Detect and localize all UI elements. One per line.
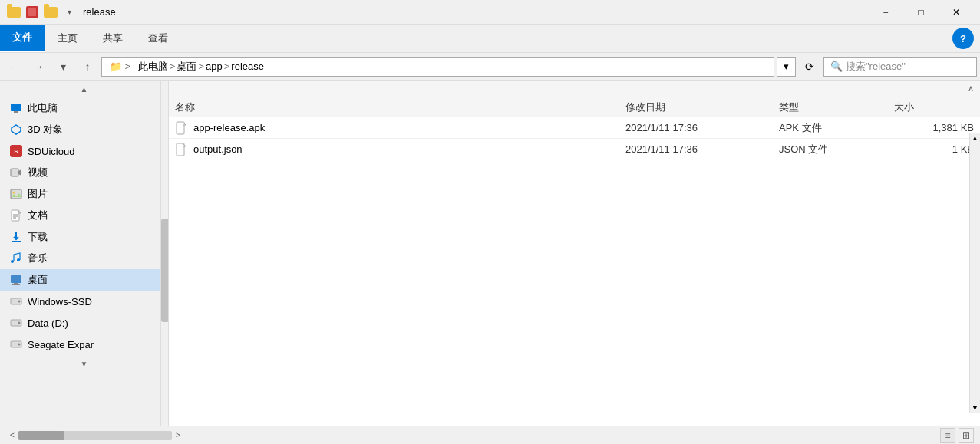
tab-view[interactable]: 查看 [136,25,181,52]
address-path[interactable]: 📁 > 此电脑 > 桌面 > app > release [101,57,774,77]
sidebar-item-windows-ssd[interactable]: Windows-SSD [0,291,168,312]
computer-icon [9,101,23,115]
scroll-left-button[interactable]: < [6,429,18,442]
sidebar-item-sduicloud[interactable]: S SDUicloud [0,140,168,162]
sidebar-label-3d: 3D 对象 [28,123,63,136]
search-icon: 🔍 [830,61,843,72]
col-header-date[interactable]: 修改日期 [619,97,773,117]
json-filename: output.json [193,143,243,155]
up-button[interactable]: ↑ [77,56,98,77]
drive-icon-windows [9,294,23,308]
sidebar-label-windows-ssd: Windows-SSD [28,296,92,308]
json-type: JSON 文件 [773,143,888,156]
drive-icon-data [9,316,23,330]
tab-home[interactable]: 主页 [45,25,91,52]
download-icon [9,230,23,244]
sidebar-label-videos: 视频 [28,166,48,179]
sidebar-label-cloud: SDUicloud [28,146,74,157]
json-size: 1 KB [888,143,980,155]
help-button[interactable]: ? [952,28,974,49]
h-scroll-track [18,431,172,440]
svg-rect-1 [14,111,18,113]
sort-toggle-button[interactable]: ∧ [962,81,980,97]
svg-rect-6 [11,189,21,199]
maximize-button[interactable]: □ [903,0,939,25]
window: ▾ release − □ ✕ 文件 主页 共享 查看 ? ← → ▾ ↑ 📁 … [0,0,980,444]
sidebar-item-desktop[interactable]: 桌面 [0,269,168,291]
sidebar-label-documents: 文档 [28,209,48,222]
file-row-apk[interactable]: app-release.apk 2021/1/11 17:36 APK 文件 1… [169,117,980,139]
drive-icon-seagate [9,337,23,351]
sidebar-item-videos[interactable]: 视频 [0,162,168,183]
svg-point-7 [13,192,15,194]
picture-icon [9,187,23,201]
sidebar-label-desktop: 桌面 [28,273,48,287]
recent-locations-button[interactable]: ▾ [52,56,74,77]
dropdown-icon[interactable]: ▾ [61,5,77,20]
col-header-name[interactable]: 名称 [169,97,619,117]
scroll-right-button[interactable]: > [172,429,184,442]
col-name-label: 名称 [175,100,195,114]
forward-button[interactable]: → [28,56,49,77]
back-button[interactable]: ← [3,56,25,77]
scroll-up-button[interactable]: ▲ [970,133,981,143]
sidebar-item-3d-objects[interactable]: 3D 对象 [0,119,168,140]
path-part-1: 桌面 [177,60,196,74]
col-size-label: 大小 [894,100,914,114]
col-header-type[interactable]: 类型 [773,97,888,117]
tab-file[interactable]: 文件 [0,25,45,52]
search-box[interactable]: 🔍 搜索"release" [823,57,977,77]
svg-point-17 [18,301,21,303]
address-chevron-button[interactable]: ▾ [777,57,796,77]
path-arrow-3: > [224,61,230,72]
sidebar-item-pictures[interactable]: 图片 [0,183,168,205]
sort-header: ∧ [169,81,980,97]
column-headers: 名称 修改日期 类型 大小 [169,97,980,117]
apk-type: APK 文件 [773,121,888,135]
sidebar-scroll-down[interactable]: ▼ [0,355,168,372]
json-date: 2021/1/11 17:36 [619,143,773,155]
vertical-scrollbar[interactable]: ▲ ▼ [969,133,980,413]
path-part-0: 此电脑 [138,60,168,74]
sidebar-label-music: 音乐 [28,252,48,265]
path-sep-0 [134,61,137,72]
folder-icon-2 [43,5,58,20]
view-toggle: ≡ ⊞ [940,428,974,443]
window-controls: − □ ✕ [868,0,974,25]
ribbon: 文件 主页 共享 查看 ? [0,25,980,53]
folder-icon [6,5,21,20]
view-list-button[interactable]: ≡ [940,428,955,443]
file-row-json[interactable]: output.json 2021/1/11 17:36 JSON 文件 1 KB [169,139,980,160]
desktop-icon [9,273,23,287]
cloud-icon: S [9,144,23,158]
path-part-2: app [206,61,223,72]
refresh-button[interactable]: ⟳ [799,56,820,77]
title-bar: ▾ release − □ ✕ [0,0,980,25]
sidebar-item-data-d[interactable]: Data (D:) [0,312,168,334]
col-type-label: 类型 [779,100,799,114]
sidebar-item-downloads[interactable]: 下载 [0,226,168,248]
path-arrow-1: > [170,61,176,72]
col-header-size[interactable]: 大小 [888,97,980,117]
svg-point-19 [18,322,21,324]
close-button[interactable]: ✕ [939,0,974,25]
view-grid-button[interactable]: ⊞ [959,428,974,443]
title-bar-icons: ▾ [6,5,77,20]
sidebar-item-music[interactable]: 音乐 [0,248,168,269]
sidebar-scrollbar[interactable] [160,81,168,426]
col-date-label: 修改日期 [625,100,665,114]
sidebar-label-seagate: Seagate Expar [28,339,94,350]
scroll-down-button[interactable]: ▼ [970,403,981,413]
path-arrow-2: > [198,61,204,72]
music-icon [9,252,23,265]
sidebar-item-seagate[interactable]: Seagate Expar [0,334,168,355]
sidebar-item-documents[interactable]: 文档 [0,205,168,226]
sidebar-scroll-up[interactable]: ▲ [0,81,168,97]
apk-filename: app-release.apk [193,122,265,133]
tab-share[interactable]: 共享 [91,25,136,52]
minimize-button[interactable]: − [868,0,903,25]
document-icon [9,209,23,222]
sidebar-item-this-pc[interactable]: 此电脑 [0,97,168,119]
svg-rect-13 [11,275,21,283]
path-part-3: release [231,61,264,72]
